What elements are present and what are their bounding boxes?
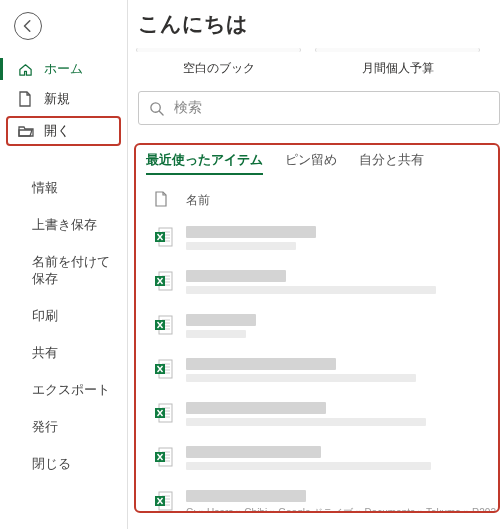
file-path: C: » Users » Chibi » Google ドライブ » Docum… [186, 506, 496, 513]
main-panel: こんにちは 空白のブック 月間個人予算 検索 最近使ったアイテム ピン留め 自分… [128, 0, 500, 529]
excel-file-icon [154, 270, 174, 292]
search-box[interactable]: 検索 [138, 91, 500, 125]
sidebar-item-label: 閉じる [32, 456, 71, 473]
file-title-redacted [186, 226, 316, 238]
column-name: 名前 [186, 192, 210, 209]
sidebar-item-label: 上書き保存 [32, 217, 97, 234]
file-path-redacted [186, 330, 246, 338]
tab-shared[interactable]: 自分と共有 [359, 151, 424, 175]
greeting-title: こんにちは [128, 8, 500, 48]
file-text [186, 314, 490, 342]
file-row[interactable] [144, 308, 494, 352]
file-path-redacted [186, 462, 431, 470]
sidebar-secondary-6[interactable]: 発行 [0, 409, 127, 446]
file-title-redacted [186, 402, 326, 414]
template-label: 空白のブック [136, 58, 301, 77]
sidebar-item-label: 印刷 [32, 308, 58, 325]
template-budget[interactable]: 月間個人予算 [315, 48, 480, 77]
file-title-redacted [186, 270, 286, 282]
sidebar-item-0[interactable]: ホーム [0, 54, 127, 84]
excel-file-icon [154, 402, 174, 424]
file-row[interactable] [144, 440, 494, 484]
template-thumb [136, 48, 301, 52]
file-title-redacted [186, 446, 321, 458]
sidebar-secondary-0[interactable]: 情報 [0, 170, 127, 207]
excel-file-icon [154, 446, 174, 468]
file-row[interactable] [144, 220, 494, 264]
sidebar-secondary-5[interactable]: エクスポート [0, 372, 127, 409]
file-path-redacted [186, 418, 426, 426]
file-text [186, 402, 490, 430]
new-doc-icon [18, 91, 34, 107]
file-row[interactable] [144, 396, 494, 440]
sidebar-item-label: 情報 [32, 180, 58, 197]
template-label: 月間個人予算 [315, 58, 480, 77]
sidebar-item-label: ホーム [44, 60, 83, 78]
recent-files-panel: 最近使ったアイテム ピン留め 自分と共有 名前 C: » Users » Chi… [134, 143, 500, 513]
sidebar: ホーム新規開く 情報上書き保存名前を付けて保存印刷共有エクスポート発行閉じる [0, 0, 128, 529]
sidebar-secondary-3[interactable]: 印刷 [0, 298, 127, 335]
file-header-icon [154, 191, 170, 210]
file-text [186, 226, 490, 254]
sidebar-item-label: エクスポート [32, 382, 110, 399]
sidebar-item-label: 発行 [32, 419, 58, 436]
sidebar-item-label: 開く [44, 122, 70, 140]
svg-line-1 [159, 111, 163, 115]
excel-file-icon [154, 314, 174, 336]
sidebar-secondary-2[interactable]: 名前を付けて保存 [0, 244, 127, 298]
excel-file-icon [154, 226, 174, 248]
file-row[interactable] [144, 352, 494, 396]
file-text [186, 270, 490, 298]
sidebar-item-1[interactable]: 新規 [0, 84, 127, 114]
file-path-redacted [186, 286, 436, 294]
excel-file-icon [154, 358, 174, 380]
tab-pinned[interactable]: ピン留め [285, 151, 337, 175]
file-row[interactable]: C: » Users » Chibi » Google ドライブ » Docum… [144, 484, 494, 513]
file-text [186, 358, 490, 386]
excel-file-icon [154, 490, 174, 512]
home-icon [18, 62, 34, 77]
tab-recent[interactable]: 最近使ったアイテム [146, 151, 263, 175]
file-row[interactable] [144, 264, 494, 308]
tabs: 最近使ったアイテム ピン留め 自分と共有 [144, 151, 494, 185]
file-title-redacted [186, 358, 336, 370]
sidebar-secondary-4[interactable]: 共有 [0, 335, 127, 372]
back-button[interactable] [14, 12, 42, 40]
svg-point-0 [151, 102, 160, 111]
back-arrow-icon [21, 19, 35, 33]
search-icon [149, 101, 164, 116]
file-title-redacted [186, 314, 256, 326]
file-text: C: » Users » Chibi » Google ドライブ » Docum… [186, 490, 496, 513]
sidebar-item-label: 共有 [32, 345, 58, 362]
sidebar-item-label: 名前を付けて保存 [32, 254, 117, 288]
open-folder-icon [18, 124, 34, 138]
sidebar-item-2[interactable]: 開く [6, 116, 121, 146]
template-row: 空白のブック 月間個人予算 [128, 48, 500, 91]
file-path-redacted [186, 242, 296, 250]
file-title-redacted [186, 490, 306, 502]
template-blank[interactable]: 空白のブック [136, 48, 301, 77]
file-path-redacted [186, 374, 416, 382]
sidebar-secondary-1[interactable]: 上書き保存 [0, 207, 127, 244]
search-placeholder: 検索 [174, 99, 202, 117]
template-thumb [315, 48, 480, 52]
sidebar-secondary-7[interactable]: 閉じる [0, 446, 127, 483]
list-header: 名前 [144, 185, 494, 220]
sidebar-item-label: 新規 [44, 90, 70, 108]
file-text [186, 446, 490, 474]
